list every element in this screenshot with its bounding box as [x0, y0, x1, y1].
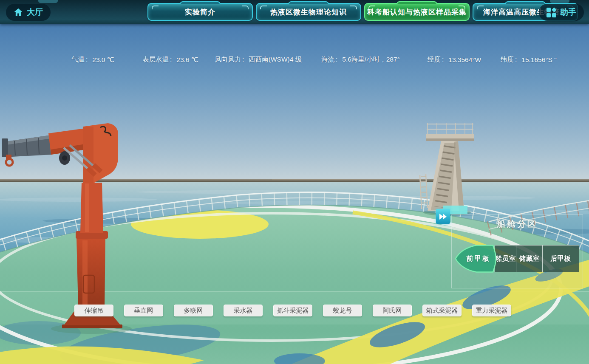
corner-bracket-icon: [260, 6, 267, 9]
panel-collapse-button[interactable]: [436, 209, 450, 224]
compartment-storage-room-button[interactable]: 储藏室: [516, 245, 543, 272]
app-window: 大厅 实验简介 热液区微生物理论知识 科考船认知与热液区样品采集: [0, 0, 589, 364]
home-nub: [38, 0, 58, 3]
equipment-button-row: 伸缩吊 垂直网 多联网 采水器 抓斗采泥器 蛟龙号 阿氏网 箱式采泥器 重力采泥…: [74, 305, 511, 316]
tab-notch: [180, 1, 221, 4]
tab-hydrothermal-theory[interactable]: 热液区微生物理论知识: [256, 3, 361, 21]
compartment-panel: 船舱分区 前甲板 船员室 储藏室 后甲板: [451, 214, 583, 288]
assistant-label: 助手: [560, 7, 576, 18]
equipment-button-water-sampler[interactable]: 采水器: [224, 305, 263, 316]
assistant-icon: [547, 8, 556, 17]
compartment-label: 前甲板: [464, 244, 493, 273]
tab-experiment-intro[interactable]: 实验简介: [147, 3, 253, 21]
home-icon: [14, 8, 23, 17]
ship-compartment-diagram: 前甲板 船员室 储藏室 后甲板: [455, 244, 579, 273]
tab-notch: [396, 1, 437, 4]
assistant-nub: [550, 0, 569, 3]
compartment-panel-title: 船舱分区: [452, 218, 583, 230]
env-longitude: 经度 13.3564°W: [428, 55, 481, 64]
corner-bracket-icon: [350, 6, 357, 9]
env-current: 海流 5.6海里/小时，287°: [321, 55, 400, 64]
equipment-button-grab-sampler[interactable]: 抓斗采泥器: [273, 305, 312, 316]
corner-bracket-icon: [459, 6, 465, 9]
equipment-button-telescopic-crane[interactable]: 伸缩吊: [74, 305, 113, 316]
corner-bracket-icon: [152, 6, 159, 9]
home-button[interactable]: 大厅: [6, 4, 51, 21]
env-latitude: 纬度 15.1656°S ": [501, 55, 557, 64]
equipment-button-multi-net[interactable]: 多联网: [174, 305, 213, 316]
tab-bar: 实验简介 热液区微生物理论知识 科考船认知与热液区样品采集 海洋高温高压微生物培…: [147, 3, 578, 21]
equipment-button-box-corer[interactable]: 箱式采泥器: [422, 305, 462, 316]
assistant-button[interactable]: 助手: [539, 4, 584, 21]
env-wind: 风向风力 西西南(WSW)4 级: [215, 55, 302, 64]
tab-notch: [288, 1, 329, 4]
compartment-label: 储藏室: [519, 254, 540, 263]
equipment-button-agassiz-net[interactable]: 阿氏网: [373, 305, 412, 316]
tab-label: 热液区微生物理论知识: [270, 7, 347, 17]
env-air-temp: 气温 23.0 ℃: [71, 55, 114, 64]
top-navbar: 大厅 实验简介 热液区微生物理论知识 科考船认知与热液区样品采集: [0, 0, 589, 24]
equipment-button-vertical-net[interactable]: 垂直网: [124, 305, 163, 316]
home-label: 大厅: [27, 7, 43, 18]
tab-notch: [505, 1, 546, 4]
compartment-foredeck-button[interactable]: 前甲板: [455, 244, 500, 273]
equipment-button-jiaolong[interactable]: 蛟龙号: [323, 305, 362, 316]
env-surface-water-temp: 表层水温 23.6 ℃: [142, 55, 198, 64]
tab-ship-sampling[interactable]: 科考船认知与热液区样品采集: [364, 3, 470, 21]
equipment-button-gravity-corer[interactable]: 重力采泥器: [472, 305, 511, 316]
environment-info-bar: 气温 23.0 ℃ 表层水温 23.6 ℃ 风向风力 西西南(WSW)4 级 海…: [0, 55, 589, 65]
fast-forward-icon: [443, 214, 447, 220]
tab-label: 科考船认知与热液区样品采集: [367, 7, 467, 17]
corner-bracket-icon: [477, 6, 484, 9]
tab-label: 实验简介: [185, 7, 215, 17]
compartment-aftdeck-button[interactable]: 后甲板: [542, 245, 579, 272]
corner-bracket-icon: [368, 6, 375, 9]
corner-bracket-icon: [242, 6, 249, 9]
compartment-label: 后甲板: [551, 254, 571, 263]
